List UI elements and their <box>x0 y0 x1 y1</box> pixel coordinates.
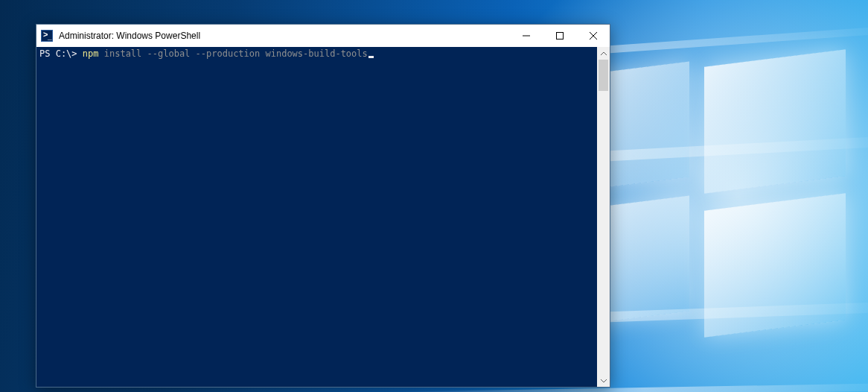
powershell-icon <box>41 30 53 42</box>
minimize-button[interactable] <box>509 25 543 47</box>
chevron-up-icon <box>601 52 607 55</box>
window-title: Administrator: Windows PowerShell <box>57 31 509 41</box>
command-package: windows-build-tools <box>265 48 367 59</box>
vertical-scrollbar[interactable] <box>597 47 610 387</box>
scroll-thumb[interactable] <box>599 60 608 91</box>
window-controls <box>509 25 610 47</box>
text-cursor <box>368 56 374 58</box>
prompt-text: PS C:\> <box>39 48 77 59</box>
windows-desktop: Administrator: Windows PowerShell PS C:\… <box>0 0 868 392</box>
console-output[interactable]: PS C:\> npm install --global --productio… <box>36 47 597 387</box>
window-client-area: PS C:\> npm install --global --productio… <box>36 47 610 387</box>
chevron-down-icon <box>601 379 607 382</box>
close-button[interactable] <box>576 25 610 47</box>
powershell-window[interactable]: Administrator: Windows PowerShell PS C:\… <box>36 24 610 388</box>
scroll-down-button[interactable] <box>597 374 610 387</box>
command-text: npm <box>83 48 99 59</box>
scroll-up-button[interactable] <box>597 47 610 60</box>
command-args: install --global --production <box>104 48 261 59</box>
minimize-icon <box>523 32 530 39</box>
svg-rect-1 <box>556 33 563 39</box>
window-titlebar[interactable]: Administrator: Windows PowerShell <box>36 25 610 47</box>
maximize-icon <box>556 32 564 39</box>
maximize-button[interactable] <box>543 25 576 47</box>
app-icon <box>36 30 57 42</box>
close-icon <box>590 32 597 39</box>
